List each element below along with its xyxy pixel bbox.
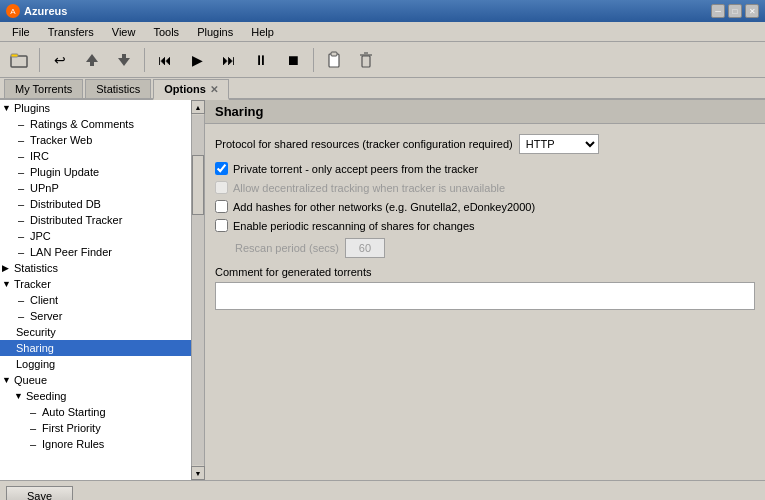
svg-rect-6: [362, 56, 370, 67]
toolbar-undo-btn[interactable]: ↩: [45, 46, 75, 74]
app-title: Azureus: [24, 5, 67, 17]
main-layout: ▼ Plugins – Ratings & Comments – Tracker…: [0, 100, 765, 480]
leaf-icon: –: [18, 310, 30, 322]
scrollbar-track[interactable]: [192, 115, 204, 465]
sidebar-item-tracker-server[interactable]: – Server: [0, 308, 191, 324]
leaf-icon: –: [30, 422, 42, 434]
leaf-icon: –: [18, 134, 30, 146]
toolbar-sep-1: [39, 48, 40, 72]
scrollbar-thumb[interactable]: [192, 155, 204, 215]
sidebar: ▼ Plugins – Ratings & Comments – Tracker…: [0, 100, 191, 480]
tab-options-close[interactable]: ✕: [210, 84, 218, 95]
rescan-input[interactable]: [345, 238, 385, 258]
toolbar-play-btn[interactable]: ▶: [182, 46, 212, 74]
save-button[interactable]: Save: [6, 486, 73, 501]
sidebar-item-upnp[interactable]: – UPnP: [0, 180, 191, 196]
scrollbar-up-btn[interactable]: ▲: [191, 100, 205, 114]
svg-rect-0: [11, 56, 27, 67]
svg-rect-1: [11, 54, 18, 57]
comment-textarea[interactable]: [215, 282, 755, 310]
leaf-icon: –: [30, 406, 42, 418]
sidebar-item-auto-starting[interactable]: – Auto Starting: [0, 404, 191, 420]
maximize-button[interactable]: □: [728, 4, 742, 18]
sidebar-item-tracker-client[interactable]: – Client: [0, 292, 191, 308]
window-controls: ─ □ ✕: [711, 4, 759, 18]
plugins-toggle-icon: ▼: [2, 103, 14, 113]
sidebar-item-lan-peer-finder[interactable]: – LAN Peer Finder: [0, 244, 191, 260]
tab-my-torrents[interactable]: My Torrents: [4, 79, 83, 98]
tab-bar: My Torrents Statistics Options ✕: [0, 78, 765, 100]
decentralized-tracking-checkbox[interactable]: [215, 181, 228, 194]
sidebar-item-plugin-update[interactable]: – Plugin Update: [0, 164, 191, 180]
sidebar-item-distributed-tracker[interactable]: – Distributed Tracker: [0, 212, 191, 228]
sidebar-item-statistics[interactable]: ▶ Statistics: [0, 260, 191, 276]
menu-transfers[interactable]: Transfers: [40, 24, 102, 40]
menu-view[interactable]: View: [104, 24, 144, 40]
rescan-label: Rescan period (secs): [235, 242, 339, 254]
leaf-icon: –: [30, 438, 42, 450]
leaf-icon: –: [18, 214, 30, 226]
svg-rect-5: [331, 52, 337, 56]
sidebar-item-tracker[interactable]: ▼ Tracker: [0, 276, 191, 292]
toolbar-up-btn[interactable]: [77, 46, 107, 74]
sidebar-item-queue[interactable]: ▼ Queue: [0, 372, 191, 388]
protocol-label: Protocol for shared resources (tracker c…: [215, 138, 513, 150]
tab-options[interactable]: Options ✕: [153, 79, 229, 100]
toolbar-clipboard-btn[interactable]: [319, 46, 349, 74]
leaf-icon: –: [18, 166, 30, 178]
toolbar-stop-btn[interactable]: ⏹: [278, 46, 308, 74]
sidebar-item-ratings-comments[interactable]: – Ratings & Comments: [0, 116, 191, 132]
private-torrent-checkbox[interactable]: [215, 162, 228, 175]
toolbar-down-btn[interactable]: [109, 46, 139, 74]
scrollbar-down-btn[interactable]: ▼: [191, 466, 205, 480]
tracker-toggle-icon: ▼: [2, 279, 14, 289]
title-bar: A Azureus ─ □ ✕: [0, 0, 765, 22]
menu-bar: File Transfers View Tools Plugins Help: [0, 22, 765, 42]
content-body: Protocol for shared resources (tracker c…: [205, 124, 765, 322]
menu-file[interactable]: File: [4, 24, 38, 40]
checkbox-row-add-hashes: Add hashes for other networks (e.g. Gnut…: [215, 200, 755, 213]
sidebar-item-plugins[interactable]: ▼ Plugins: [0, 100, 191, 116]
statistics-toggle-icon: ▶: [2, 263, 14, 273]
comment-section: Comment for generated torrents: [215, 266, 755, 312]
leaf-icon: –: [18, 118, 30, 130]
checkbox-row-private: Private torrent - only accept peers from…: [215, 162, 755, 175]
sidebar-item-first-priority[interactable]: – First Priority: [0, 420, 191, 436]
toolbar-open-btn[interactable]: [4, 46, 34, 74]
leaf-icon: –: [18, 246, 30, 258]
add-hashes-checkbox[interactable]: [215, 200, 228, 213]
sidebar-item-seeding[interactable]: ▼ Seeding: [0, 388, 191, 404]
protocol-select[interactable]: HTTP HTTPS: [519, 134, 599, 154]
sidebar-item-irc[interactable]: – IRC: [0, 148, 191, 164]
checkbox-row-periodic-rescan: Enable periodic rescanning of shares for…: [215, 219, 755, 232]
sidebar-item-jpc[interactable]: – JPC: [0, 228, 191, 244]
add-hashes-label: Add hashes for other networks (e.g. Gnut…: [233, 201, 535, 213]
title-bar-left: A Azureus: [6, 4, 67, 18]
menu-help[interactable]: Help: [243, 24, 282, 40]
queue-toggle-icon: ▼: [2, 375, 14, 385]
toolbar-sep-3: [313, 48, 314, 72]
decentralized-tracking-label: Allow decentralized tracking when tracke…: [233, 182, 505, 194]
periodic-rescan-label: Enable periodic rescanning of shares for…: [233, 220, 475, 232]
toolbar-delete-btn[interactable]: [351, 46, 381, 74]
tab-statistics[interactable]: Statistics: [85, 79, 151, 98]
sidebar-item-ignore-rules[interactable]: – Ignore Rules: [0, 436, 191, 452]
sidebar-item-sharing[interactable]: Sharing: [0, 340, 191, 356]
toolbar-pause-btn[interactable]: ⏸: [246, 46, 276, 74]
sidebar-item-distributed-db[interactable]: – Distributed DB: [0, 196, 191, 212]
close-button[interactable]: ✕: [745, 4, 759, 18]
sidebar-item-logging[interactable]: Logging: [0, 356, 191, 372]
sidebar-item-security[interactable]: Security: [0, 324, 191, 340]
sidebar-wrapper: ▼ Plugins – Ratings & Comments – Tracker…: [0, 100, 205, 480]
minimize-button[interactable]: ─: [711, 4, 725, 18]
toolbar-forward-btn[interactable]: ⏭: [214, 46, 244, 74]
periodic-rescan-checkbox[interactable]: [215, 219, 228, 232]
menu-plugins[interactable]: Plugins: [189, 24, 241, 40]
seeding-toggle-icon: ▼: [14, 391, 26, 401]
checkbox-row-decentralized: Allow decentralized tracking when tracke…: [215, 181, 755, 194]
sidebar-item-tracker-web[interactable]: – Tracker Web: [0, 132, 191, 148]
menu-tools[interactable]: Tools: [145, 24, 187, 40]
save-area: Save: [0, 480, 765, 500]
comment-label: Comment for generated torrents: [215, 266, 755, 278]
toolbar-rewind-btn[interactable]: ⏮: [150, 46, 180, 74]
